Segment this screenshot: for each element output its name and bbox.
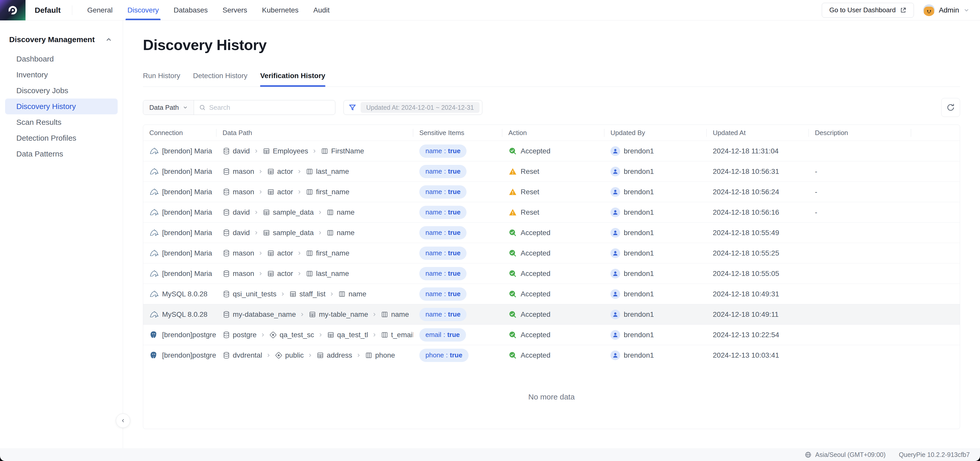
table-row[interactable]: [brendon] MariadavidEmployeesFirstNamena… — [143, 141, 960, 161]
sensitive-items-cell: name:true — [413, 246, 502, 260]
sensitive-item-chip[interactable]: name:true — [419, 308, 466, 321]
org-switcher[interactable]: Default — [25, 0, 72, 20]
filter-funnel-icon[interactable] — [348, 103, 356, 111]
column-icon — [306, 270, 313, 277]
user-icon — [611, 167, 620, 176]
status-bar: Asia/Seoul (GMT+09:00) QueryPie 10.2.2-9… — [0, 448, 980, 461]
connection-cell: [brendon] Maria — [143, 229, 216, 237]
table-row[interactable]: [brendon] Mariamasonactorfirst_namename:… — [143, 181, 960, 202]
updated-at-cell: 2024-12-18 10:56:16 — [707, 208, 809, 216]
updated-by-cell: brendon1 — [605, 330, 707, 340]
updated-by-cell: brendon1 — [605, 167, 707, 176]
nav-item-audit[interactable]: Audit — [306, 0, 337, 20]
updated-at-filter-chip[interactable]: Updated At: 2024-12-01 ~ 2024-12-31 — [361, 102, 479, 113]
sidebar-item-dashboard[interactable]: Dashboard — [5, 51, 118, 67]
nav-item-kubernetes[interactable]: Kubernetes — [255, 0, 306, 20]
accepted-check-icon — [508, 351, 517, 360]
path-segment-label: first_name — [316, 188, 349, 196]
user-icon — [611, 146, 620, 156]
table-row[interactable]: [brendon] Mariadavidsample_datanamename:… — [143, 223, 960, 243]
table-row[interactable]: [brendon] Mariamasonactorlast_namename:t… — [143, 161, 960, 181]
tab-verification-history[interactable]: Verification History — [260, 72, 325, 87]
sidebar-item-discovery-history[interactable]: Discovery History — [5, 99, 118, 114]
sensitive-item-chip[interactable]: name:true — [419, 246, 466, 260]
table-row[interactable]: [brendon]postgredvdrentalpublicaddressph… — [143, 345, 960, 365]
database-icon — [223, 229, 230, 237]
nav-item-databases[interactable]: Databases — [166, 0, 215, 20]
table-row[interactable]: [brendon] Mariamasonactorlast_namename:t… — [143, 263, 960, 284]
column-icon — [381, 311, 388, 318]
connection-name: [brendon] Maria — [162, 229, 212, 237]
sidebar-item-data-patterns[interactable]: Data Patterns — [5, 146, 118, 162]
action-cell: Accepted — [502, 249, 605, 258]
search-field-dropdown[interactable]: Data Path — [143, 100, 194, 114]
updated-by-name: brendon1 — [624, 290, 654, 298]
database-icon — [223, 188, 230, 196]
sensitive-item-chip[interactable]: phone:true — [419, 349, 469, 362]
sensitive-key: name — [425, 310, 442, 318]
refresh-button[interactable] — [941, 98, 960, 117]
sensitive-key: name — [425, 167, 442, 175]
updated-by-name: brendon1 — [624, 270, 654, 278]
table-row[interactable]: [brendon] Mariamasonactorfirst_namename:… — [143, 243, 960, 263]
connection-name: MySQL 8.0.28 — [162, 310, 207, 319]
description-cell: - — [809, 208, 911, 216]
action-label: Accepted — [520, 249, 550, 257]
sensitive-item-chip[interactable]: name:true — [419, 267, 466, 280]
sensitive-item-chip[interactable]: name:true — [419, 226, 466, 239]
sidebar-item-detection-profiles[interactable]: Detection Profiles — [5, 130, 118, 146]
querypie-logo[interactable] — [0, 0, 25, 21]
chevron-right-icon — [299, 312, 305, 317]
col-header-data-path: Data Path — [216, 129, 413, 137]
col-header-connection: Connection — [143, 129, 216, 137]
path-segment-label: david — [233, 229, 250, 237]
table-row[interactable]: [brendon]postgrepostgreqa_test_scqa_test… — [143, 324, 960, 345]
sensitive-item-chip[interactable]: name:true — [419, 206, 466, 219]
sensitive-item-chip[interactable]: name:true — [419, 145, 466, 158]
database-icon — [223, 311, 230, 318]
sidebar-collapse-button[interactable] — [116, 413, 130, 428]
chevron-up-icon[interactable] — [105, 36, 113, 43]
action-cell: Reset — [502, 208, 605, 217]
sensitive-key: email — [425, 331, 441, 339]
table-row[interactable]: [brendon] Mariadavidsample_datanamename:… — [143, 202, 960, 223]
user-menu[interactable]: Admin — [923, 4, 970, 16]
action-cell: Accepted — [502, 351, 605, 360]
sensitive-item-chip[interactable]: name:true — [419, 185, 466, 199]
action-cell: Accepted — [502, 310, 605, 319]
updated-by-name: brendon1 — [624, 351, 654, 359]
sensitive-item-chip[interactable]: name:true — [419, 165, 466, 178]
path-segment-label: FirstName — [331, 147, 364, 155]
chevron-right-icon — [372, 332, 377, 338]
sensitive-item-chip[interactable]: email:true — [419, 328, 466, 342]
updated-at-cell: 2024-12-13 10:22:54 — [707, 331, 809, 339]
path-segment-label: david — [233, 208, 250, 216]
connection-cell: MySQL 8.0.28 — [143, 310, 216, 319]
accepted-check-icon — [508, 310, 517, 319]
updated-by-name: brendon1 — [624, 167, 654, 176]
search-input[interactable] — [209, 103, 330, 111]
path-segment: qsi_unit_tests — [223, 290, 277, 298]
go-to-user-dashboard-button[interactable]: Go to User Dashboard — [822, 3, 914, 17]
tab-run-history[interactable]: Run History — [143, 72, 180, 87]
nav-item-general[interactable]: General — [80, 0, 120, 20]
sidebar-item-inventory[interactable]: Inventory — [5, 67, 118, 83]
path-segment: name — [326, 229, 355, 237]
path-segment: address — [317, 351, 352, 359]
col-header-updated-by: Updated By — [605, 129, 707, 137]
chevron-right-icon — [372, 312, 377, 317]
sidebar-item-discovery-jobs[interactable]: Discovery Jobs — [5, 83, 118, 99]
table-row[interactable]: MySQL 8.0.28qsi_unit_testsstaff_listname… — [143, 284, 960, 304]
tab-detection-history[interactable]: Detection History — [193, 72, 247, 87]
nav-item-servers[interactable]: Servers — [215, 0, 255, 20]
table-row[interactable]: MySQL 8.0.28my-database_namemy-table_nam… — [143, 304, 960, 324]
nav-item-discovery[interactable]: Discovery — [120, 0, 166, 20]
path-segment: mason — [223, 188, 254, 196]
path-segment-label: t_email — [391, 331, 413, 339]
sidebar-item-scan-results[interactable]: Scan Results — [5, 114, 118, 130]
sensitive-item-chip[interactable]: name:true — [419, 288, 466, 301]
accepted-check-icon — [508, 331, 517, 339]
sensitive-value: true — [450, 351, 463, 359]
chevron-right-icon — [318, 332, 323, 338]
sensitive-items-cell: phone:true — [413, 349, 502, 362]
